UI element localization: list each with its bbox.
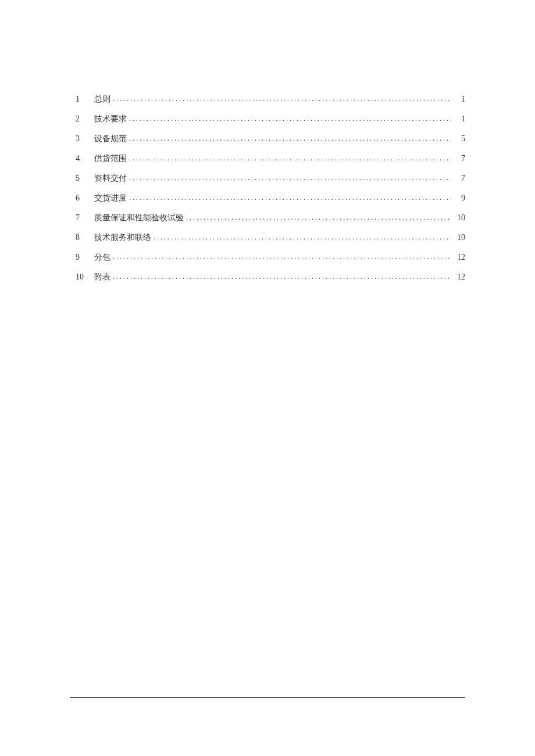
toc-page: 10 bbox=[454, 212, 465, 224]
toc-number: 3 bbox=[76, 132, 94, 145]
toc-list: 1 总则 ...................................… bbox=[76, 93, 465, 283]
toc-entry[interactable]: 9 分包 ...................................… bbox=[76, 251, 465, 263]
toc-title: 技术服务和联络 bbox=[94, 231, 151, 243]
toc-number: 2 bbox=[76, 113, 94, 125]
toc-dots: ........................................… bbox=[129, 173, 451, 183]
toc-page: 12 bbox=[454, 251, 465, 263]
toc-entry[interactable]: 5 资料交付 .................................… bbox=[76, 172, 465, 184]
toc-number: 1 bbox=[76, 93, 94, 105]
toc-entry[interactable]: 8 技术服务和联络 ..............................… bbox=[76, 231, 465, 243]
toc-title: 供货范围 bbox=[94, 152, 127, 164]
toc-dots: ........................................… bbox=[186, 212, 451, 223]
toc-page: 9 bbox=[454, 192, 465, 204]
toc-page: 1 bbox=[454, 113, 465, 125]
toc-entry[interactable]: 6 交货进度 .................................… bbox=[76, 192, 465, 204]
toc-number: 7 bbox=[76, 212, 94, 224]
toc-title: 总则 bbox=[94, 93, 110, 105]
toc-dots: ........................................… bbox=[129, 133, 451, 144]
toc-dots: ........................................… bbox=[129, 113, 451, 124]
toc-dots: ........................................… bbox=[129, 153, 451, 163]
toc-page: 5 bbox=[454, 132, 465, 145]
toc-number: 6 bbox=[76, 192, 94, 204]
toc-title: 质量保证和性能验收试验 bbox=[94, 212, 184, 224]
toc-page: 10 bbox=[454, 231, 465, 243]
toc-entry[interactable]: 2 技术要求 .................................… bbox=[76, 113, 465, 125]
toc-title: 交货进度 bbox=[94, 192, 127, 204]
toc-number: 9 bbox=[76, 251, 94, 263]
footer-divider bbox=[70, 697, 465, 698]
toc-number: 4 bbox=[76, 152, 94, 164]
toc-entry[interactable]: 3 设备规范 .................................… bbox=[76, 132, 465, 145]
toc-title: 设备规范 bbox=[94, 132, 127, 145]
toc-title: 分包 bbox=[94, 251, 110, 263]
toc-title: 技术要求 bbox=[94, 113, 127, 125]
toc-dots: ........................................… bbox=[113, 252, 451, 262]
toc-number: 10 bbox=[76, 271, 94, 283]
toc-title: 附表 bbox=[94, 271, 110, 283]
toc-entry[interactable]: 4 供货范围 .................................… bbox=[76, 152, 465, 164]
toc-number: 8 bbox=[76, 231, 94, 243]
toc-page: 12 bbox=[454, 271, 465, 283]
toc-page: 7 bbox=[454, 152, 465, 164]
toc-dots: ........................................… bbox=[113, 94, 451, 104]
toc-dots: ........................................… bbox=[113, 271, 451, 282]
page-container: 1 总则 ...................................… bbox=[0, 0, 535, 283]
toc-entry[interactable]: 10 附表 ..................................… bbox=[76, 271, 465, 283]
toc-page: 1 bbox=[454, 93, 465, 105]
toc-page: 7 bbox=[454, 172, 465, 184]
toc-entry[interactable]: 1 总则 ...................................… bbox=[76, 93, 465, 105]
toc-entry[interactable]: 7 质量保证和性能验收试验 ..........................… bbox=[76, 212, 465, 224]
toc-dots: ........................................… bbox=[129, 192, 451, 203]
toc-number: 5 bbox=[76, 172, 94, 184]
toc-title: 资料交付 bbox=[94, 172, 127, 184]
toc-dots: ........................................… bbox=[154, 232, 451, 242]
